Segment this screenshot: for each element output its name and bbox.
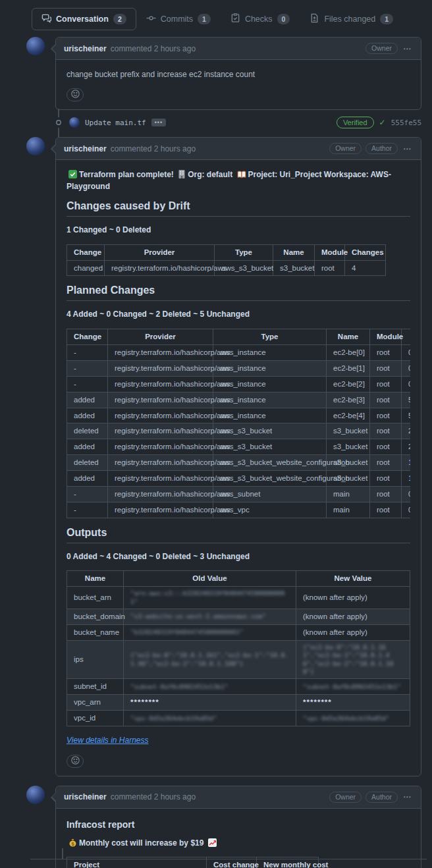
cell-name: s3_bucket (273, 260, 315, 276)
cell-changes: 0 (402, 360, 411, 376)
new-value: "subnet-0af0c0902452e13b1" (303, 683, 403, 691)
commit-expander-icon[interactable]: ••• (151, 119, 166, 126)
cell-old-value: "vpc-0d5a364ebcb19a85d" (124, 711, 296, 726)
author-link[interactable]: urischeiner (64, 44, 107, 53)
owner-badge: Owner (329, 792, 362, 803)
cell-module: root (370, 439, 402, 455)
cell-name: ec2-be[2] (327, 376, 370, 392)
cell-module: root (370, 376, 402, 392)
tab-checks[interactable]: Checks 0 (221, 8, 300, 30)
table-row: - registry.terraform.io/hashicorp/aws aw… (67, 487, 411, 502)
cell-module: root (370, 502, 402, 518)
commit-sha-link[interactable]: 555fe55 (391, 119, 421, 127)
cell-module: root (370, 423, 402, 439)
comment-box: urischeiner commented 2 hours ago Owner … (55, 37, 421, 110)
cell-change: - (67, 344, 108, 360)
cell-changes: 0 (402, 502, 411, 518)
commit-message-link[interactable]: Update main.tf (85, 119, 146, 127)
verified-badge[interactable]: Verified (337, 117, 374, 128)
tab-counter: 1 (198, 14, 211, 24)
cell-change: changed (67, 260, 105, 276)
cell-type: aws_instance (213, 360, 327, 376)
owner-badge: Owner (365, 43, 398, 54)
cell-new-value: (known after apply) (296, 609, 410, 625)
cell-provider: registry.terraform.io/hashicorp/aws (108, 344, 213, 360)
cell-module: root (370, 344, 402, 360)
timeline-comment-2: urischeiner commented 2 hours ago Owner … (26, 137, 421, 776)
author-link[interactable]: urischeiner (64, 144, 107, 153)
cell-type: aws_instance (213, 344, 327, 360)
tab-conversation[interactable]: Conversation 2 (32, 8, 136, 30)
cell-provider: registry.terraform.io/hashicorp/aws (108, 423, 213, 439)
table-row: - registry.terraform.io/hashicorp/aws aw… (67, 376, 411, 392)
cell-changes: 5 (402, 392, 411, 408)
kebab-menu-icon[interactable]: ⋯ (402, 44, 413, 53)
cell-change: - (67, 360, 108, 376)
table-header-row: Name Old Value New Value (67, 571, 410, 587)
cost-increase-line: $ Monthly cost will increase by $19 (67, 838, 410, 849)
table-row: added registry.terraform.io/hashicorp/aw… (67, 439, 411, 455)
cell-provider: registry.terraform.io/hashicorp/aws (108, 408, 213, 423)
old-value: "vpc-0d5a364ebcb19a85d" (130, 715, 289, 722)
timeline-comment-3: urischeiner commented 2 hours ago Owner … (26, 786, 421, 868)
cell-new-value: {"ec2-be-0":"10.0.1.161","ec2-be-1":"10.… (296, 640, 410, 678)
open-book-emoji-icon (237, 171, 246, 178)
cell-type: aws_subnet (213, 487, 327, 502)
tab-counter: 1 (380, 14, 393, 24)
avatar[interactable] (69, 117, 80, 128)
outputs-section-title: Outputs (67, 527, 410, 543)
cell-name: s3_bucket (327, 471, 370, 487)
git-commit-icon (53, 117, 64, 128)
office-building-emoji-icon (178, 170, 186, 178)
avatar[interactable] (26, 786, 45, 804)
cell-provider: registry.terraform.io/hashicorp/aws (105, 260, 215, 276)
cell-name: ec2-be[4] (327, 408, 370, 423)
cell-change: added (67, 471, 108, 487)
pr-conversation-page: Conversation 2 Commits 1 Checks 0 (0, 0, 432, 868)
cell-change: added (67, 439, 108, 455)
table-row: added registry.terraform.io/hashicorp/aw… (67, 392, 411, 408)
cell-type: aws_vpc (213, 502, 327, 518)
table-row: ips {"ec2-be-0":"10.0.1.161","ec2-be-1":… (67, 640, 410, 678)
cell-old-value: "subnet-0af0c0902452e13b1" (124, 679, 296, 695)
kebab-menu-icon[interactable]: ⋯ (402, 144, 413, 153)
avatar[interactable] (26, 137, 45, 155)
timeline-commit: Update main.tf ••• Verified ✓ 555fe55 (26, 116, 421, 129)
planned-section-title: Planned Changes (67, 285, 410, 301)
add-reaction-button[interactable] (67, 88, 84, 101)
add-reaction-button[interactable] (67, 755, 84, 768)
drift-counts: 1 Changed ~ 0 Deleted (67, 225, 410, 236)
checklist-icon (230, 13, 240, 25)
file-diff-icon (310, 13, 319, 25)
cell-name: ec2-be[1] (327, 360, 370, 376)
author-link[interactable]: urischeiner (64, 792, 107, 801)
cell-output-name: subnet_id (67, 679, 124, 695)
cell-new-value: (known after apply) (296, 587, 410, 609)
old-value: "b320240319f84844745000000001" (130, 628, 289, 636)
smiley-icon (71, 756, 80, 767)
cell-name: main (327, 502, 370, 518)
view-details-link[interactable]: View details in Harness (67, 736, 149, 745)
tab-files-changed[interactable]: Files changed 1 (300, 8, 403, 30)
table-row: vpc_arn ******** ******** (67, 695, 410, 711)
cell-changes: 0 (402, 344, 411, 360)
success-emoji-icon (68, 170, 77, 178)
table-row: bucket_domain "s3-website-us-west-2.amaz… (67, 609, 410, 625)
table-row: bucket_arn "arn:aws:s3:::b320240319f8484… (67, 587, 410, 609)
cell-old-value: ******** (124, 695, 296, 711)
owner-badge: Owner (329, 143, 362, 154)
cell-old-value: "s3-website-us-west-2.amazonaws.com" (124, 609, 296, 625)
avatar[interactable] (26, 37, 45, 55)
kebab-menu-icon[interactable]: ⋯ (402, 792, 413, 801)
cell-new-value: (known after apply) (296, 625, 410, 641)
planned-table-scroll[interactable]: Change Provider Type Name Module Changes (67, 329, 410, 518)
tab-commits[interactable]: Commits 1 (136, 8, 221, 30)
tab-label: Conversation (56, 14, 109, 24)
comment-discussion-icon (41, 13, 51, 25)
cell-changes: 2 (402, 423, 411, 439)
cell-provider: registry.terraform.io/hashicorp/aws (108, 376, 213, 392)
cell-change: deleted (67, 455, 108, 471)
cell-module: root (315, 260, 345, 276)
cell-new-value: ******** (296, 695, 410, 711)
comment-text: change bucket prefix and increase ec2 in… (67, 69, 410, 80)
